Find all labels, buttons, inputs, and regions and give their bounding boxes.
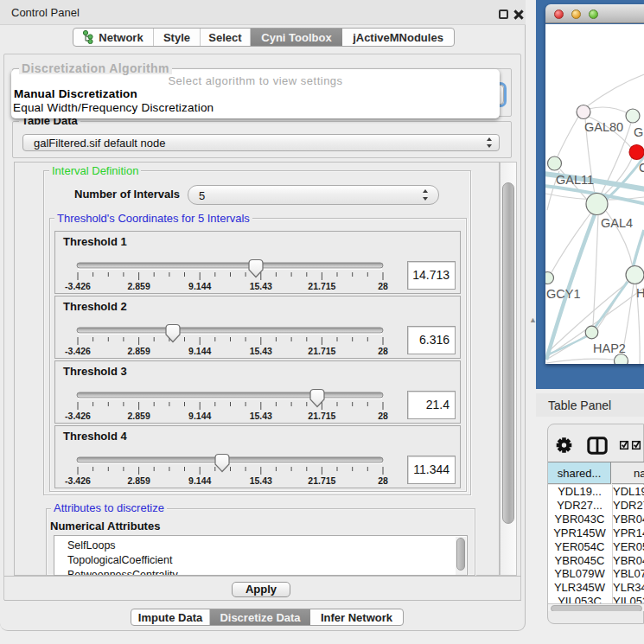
svg-text:2.859: 2.859 [127,475,150,486]
svg-text:21.715: 21.715 [308,281,335,291]
svg-text:-3.426: -3.426 [65,475,91,486]
svg-text:21.715: 21.715 [308,475,335,486]
svg-text:28: 28 [378,281,388,291]
svg-text:-3.426: -3.426 [65,346,91,356]
svg-text:9.144: 9.144 [188,281,211,291]
svg-text:2.859: 2.859 [127,346,150,356]
svg-text:21.715: 21.715 [308,346,335,356]
svg-text:H: H [636,286,644,300]
svg-text:28: 28 [378,346,388,356]
svg-text:-3.426: -3.426 [65,281,91,291]
svg-text:15.43: 15.43 [250,475,272,486]
svg-text:15.43: 15.43 [250,346,272,356]
svg-text:2.859: 2.859 [127,411,150,421]
svg-text:9.144: 9.144 [188,346,211,356]
svg-text:15.43: 15.43 [250,281,272,291]
svg-text:9.144: 9.144 [188,475,211,486]
svg-text:15.43: 15.43 [250,411,272,421]
svg-text:2.859: 2.859 [127,281,150,291]
svg-text:28: 28 [378,475,388,486]
svg-text:21.715: 21.715 [308,411,335,421]
svg-text:GAL11: GAL11 [556,173,594,187]
svg-text:28: 28 [378,411,388,421]
svg-text:GAL4: GAL4 [601,216,633,230]
svg-text:GAL80: GAL80 [584,120,623,134]
svg-text:9.144: 9.144 [188,411,211,421]
svg-text:-3.426: -3.426 [65,411,91,421]
svg-text:HAP2: HAP2 [593,341,626,355]
svg-text:G.: G. [634,125,644,139]
svg-text:C: C [639,161,644,175]
svg-text:GCY1: GCY1 [546,287,581,301]
